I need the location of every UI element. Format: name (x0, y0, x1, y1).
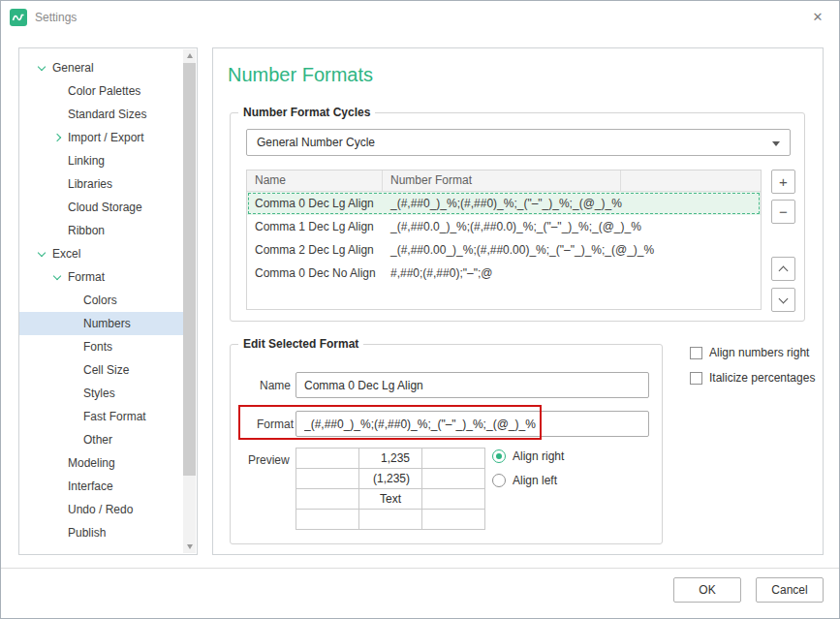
sidebar-item-format[interactable]: Format (19, 265, 184, 289)
remove-format-button[interactable]: − (771, 200, 795, 224)
sidebar-item-standard-sizes[interactable]: Standard Sizes (19, 103, 184, 126)
align-left-label: Align left (513, 474, 557, 487)
sidebar-tree: GeneralColor PalettesStandard SizesImpor… (19, 48, 197, 544)
cancel-button[interactable]: Cancel (756, 577, 824, 603)
sidebar-item-color-palettes[interactable]: Color Palettes (19, 79, 184, 103)
sidebar-item-label: General (52, 61, 94, 75)
ok-button[interactable]: OK (673, 577, 741, 603)
cycles-table: Name Number Format Comma 0 Dec Lg Align_… (246, 170, 762, 310)
move-up-button[interactable] (771, 257, 795, 281)
preview-cell (422, 489, 485, 510)
preview-cell (296, 469, 359, 489)
sidebar-item-label: Other (83, 433, 112, 447)
chevron-right-icon[interactable] (54, 135, 68, 140)
scroll-down-icon[interactable] (183, 541, 196, 553)
preview-cell (422, 510, 485, 530)
sidebar-item-label: Cell Size (83, 363, 129, 377)
move-down-button[interactable] (771, 288, 795, 312)
sidebar-item-import-export[interactable]: Import / Export (19, 126, 184, 149)
sidebar-item-label: Ribbon (68, 224, 105, 237)
sidebar-item-label: Cloud Storage (68, 201, 142, 214)
sidebar-item-label: Numbers (83, 317, 131, 330)
sidebar-item-general[interactable]: General (19, 56, 184, 79)
radio-selected-icon (492, 449, 506, 463)
sidebar-item-numbers[interactable]: Numbers (19, 312, 184, 335)
sidebar-item-libraries[interactable]: Libraries (19, 172, 184, 196)
checkbox-icon (690, 347, 702, 359)
sidebar-item-label: Standard Sizes (68, 108, 146, 121)
cycle-name: Comma 0 Dec No Align (247, 266, 383, 280)
sidebar-item-fast-format[interactable]: Fast Format (19, 405, 184, 428)
cycle-row-comma-2-dec-lg-align[interactable]: Comma 2 Dec Lg Align_(#,##0.00_)_%;(#,##… (247, 238, 761, 262)
cycles-table-body: Comma 0 Dec Lg Align_(#,##0_)_%;(#,##0)_… (247, 192, 761, 285)
sidebar-item-label: Colors (83, 294, 117, 307)
preview-cell (359, 510, 422, 530)
sidebar-item-fonts[interactable]: Fonts (19, 335, 184, 358)
sidebar-item-undo-redo[interactable]: Undo / Redo (19, 498, 184, 521)
scroll-up-icon[interactable] (183, 49, 196, 62)
italicize-percentages-label: Italicize percentages (709, 371, 815, 385)
sidebar-item-cell-size[interactable]: Cell Size (19, 358, 184, 382)
cycle-row-comma-1-dec-lg-align[interactable]: Comma 1 Dec Lg Align_(#,##0.0_)_%;(#,##0… (247, 215, 761, 238)
preview-cell (296, 510, 359, 530)
preview-cell: 1,235 (359, 449, 422, 469)
cycle-format: _(#,##0_)_%;(#,##0)_%;_("–"_)_%;_(@_)_% (383, 197, 761, 210)
cycles-table-header: Name Number Format (247, 170, 761, 192)
main-panel: Number Formats Number Format Cycles Gene… (212, 47, 824, 555)
sidebar-item-label: Modeling (68, 456, 115, 470)
preview-cell (422, 469, 485, 489)
sidebar-item-other[interactable]: Other (19, 428, 184, 451)
name-input[interactable] (296, 372, 649, 398)
chevron-down-icon[interactable] (39, 66, 52, 70)
cycle-name: Comma 0 Dec Lg Align (247, 197, 383, 210)
sidebar-item-ribbon[interactable]: Ribbon (19, 219, 184, 242)
sidebar-item-interface[interactable]: Interface (19, 475, 184, 498)
close-button[interactable]: ✕ (796, 1, 839, 32)
align-left-radio[interactable]: Align left (492, 474, 557, 487)
cycle-row-comma-0-dec-lg-align[interactable]: Comma 0 Dec Lg Align_(#,##0_)_%;(#,##0)_… (247, 192, 761, 215)
cycle-name: Comma 2 Dec Lg Align (247, 243, 383, 257)
sidebar-scrollbar[interactable] (183, 49, 196, 553)
sidebar-item-linking[interactable]: Linking (19, 149, 184, 172)
settings-dialog: { "window": { "title": "Settings", "clos… (0, 0, 840, 619)
chevron-down-icon (779, 294, 789, 303)
cycle-row-comma-0-dec-no-align[interactable]: Comma 0 Dec No Align#,##0;(#,##0);"–";@ (247, 262, 761, 285)
sidebar-item-modeling[interactable]: Modeling (19, 451, 184, 475)
window-title: Settings (35, 11, 77, 24)
sidebar-item-label: Excel (52, 247, 80, 261)
edit-selected-format-group: Edit Selected Format Name Format Preview… (230, 344, 663, 544)
sidebar-item-colors[interactable]: Colors (19, 289, 184, 312)
sidebar-item-label: Fast Format (83, 410, 146, 423)
sidebar-item-label: Publish (68, 526, 106, 540)
align-right-radio[interactable]: Align right (492, 449, 564, 463)
italicize-percentages-checkbox[interactable]: Italicize percentages (690, 371, 815, 385)
cycle-format: _(#,##0.0_)_%;(#,##0.0)_%;_("–"_)_%;_(@_… (383, 220, 761, 233)
sidebar-panel: GeneralColor PalettesStandard SizesImpor… (18, 47, 198, 555)
radio-unselected-icon (492, 474, 506, 487)
sidebar-item-cloud-storage[interactable]: Cloud Storage (19, 196, 184, 219)
chevron-down-icon[interactable] (54, 275, 68, 279)
cycle-dropdown[interactable]: General Number Cycle (246, 129, 791, 156)
sidebar-item-excel[interactable]: Excel (19, 242, 184, 265)
preview-label: Preview (248, 453, 290, 467)
scrollbar-thumb[interactable] (183, 63, 196, 476)
cycle-name: Comma 1 Dec Lg Align (247, 220, 383, 233)
footer-divider (1, 568, 839, 569)
sidebar-item-label: Color Palettes (68, 84, 140, 98)
cycle-dropdown-value: General Number Cycle (257, 136, 375, 149)
cycle-format: _(#,##0.00_)_%;(#,##0.00)_%;_("–"_)_%;_(… (383, 243, 761, 257)
chevron-down-icon (772, 141, 780, 146)
format-label: Format (257, 418, 294, 431)
align-numbers-right-checkbox[interactable]: Align numbers right (690, 346, 809, 359)
align-right-label: Align right (513, 449, 564, 463)
preview-cell: Text (359, 489, 422, 510)
sidebar-item-label: Interface (68, 480, 113, 493)
sidebar-item-publish[interactable]: Publish (19, 521, 184, 544)
format-input[interactable] (296, 411, 649, 437)
add-format-button[interactable]: + (771, 170, 795, 194)
sidebar-item-styles[interactable]: Styles (19, 382, 184, 405)
preview-table: 1,235(1,235)Text (296, 448, 485, 530)
app-logo-icon (10, 9, 27, 26)
sidebar-item-label: Fonts (83, 340, 112, 354)
chevron-down-icon[interactable] (39, 252, 52, 256)
